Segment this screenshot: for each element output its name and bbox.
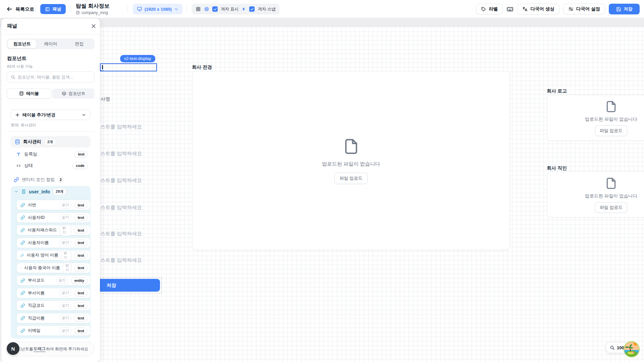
entity-column-item[interactable]: 사번읽기text: [16, 200, 91, 210]
chevron-down-icon: [174, 7, 178, 11]
read-only-badge: 읽기: [60, 225, 72, 236]
panel-tabs: 컴포넌트 레이어 편집: [7, 39, 95, 49]
table-column-count-badge: 2개: [44, 138, 56, 145]
table-group-header[interactable]: 회사관리 2개: [11, 136, 91, 147]
tab-layers[interactable]: 레이어: [36, 40, 65, 48]
text-input-placeholder[interactable]: 텍스트를 입력하세요: [95, 257, 142, 263]
keyboard-shortcuts-icon[interactable]: [506, 6, 514, 13]
entity-column-item[interactable]: 직급코드읽기text: [16, 300, 91, 311]
back-to-list-button[interactable]: 목록으로: [15, 6, 34, 12]
panel-toggle-button[interactable]: 패널: [40, 4, 66, 14]
island-theme-icon[interactable]: [623, 341, 640, 358]
entity-join-section-header[interactable]: 엔티티 조인 컬럼 2: [14, 176, 64, 183]
column-type-badge: text: [74, 327, 88, 334]
sliders-icon: [568, 6, 574, 12]
upload-area-company-seal[interactable]: 업로드된 파일이 없습니다 파일 업로드: [547, 172, 644, 218]
link-icon: [20, 328, 25, 333]
entity-column-item[interactable]: 부서이름읽기text: [16, 288, 91, 298]
column-type-badge: text: [74, 215, 88, 221]
entity-column-item[interactable]: 이메일읽기text: [16, 325, 91, 336]
text-input-placeholder[interactable]: 텍스트를 입력하세요: [95, 204, 142, 211]
upload-area-company-view[interactable]: 업로드된 파일이 없습니다 파일 업로드: [192, 71, 510, 250]
i18n-generate-button[interactable]: 다국어 생성: [517, 4, 559, 14]
column-name: 등록일: [24, 151, 71, 157]
selected-text-display-component[interactable]: [100, 63, 157, 71]
link-icon: [20, 240, 25, 245]
table-group-name: 회사관리: [23, 139, 41, 145]
selection-handle: [101, 70, 104, 71]
screen-size-selector[interactable]: (644 x 362): [133, 4, 182, 14]
entity-header[interactable]: user_info 29개: [11, 186, 91, 197]
divider: [7, 131, 95, 132]
form-save-button[interactable]: 저장: [95, 279, 160, 292]
read-only-badge: 읽기: [59, 214, 71, 221]
app-header: 목록으로 패널 탑씰 회사정보 company_mng (644 x 362…: [0, 0, 644, 18]
text-input-placeholder[interactable]: 텍스트를 입력하세요: [95, 150, 142, 157]
divider: [36, 5, 36, 13]
close-icon[interactable]: [90, 22, 97, 30]
tab-edit[interactable]: 편집: [65, 40, 94, 48]
table-id-label: company_mng: [82, 10, 108, 15]
mode-toggle-table[interactable]: 테이블: [7, 88, 51, 99]
add-change-table-button[interactable]: 테이블 추가/변경: [11, 110, 91, 120]
upload-area-company-logo[interactable]: 업로드된 파일이 없습니다 파일 업로드: [547, 95, 644, 141]
column-type-badge: text: [74, 227, 88, 233]
column-name: 직급이름: [28, 315, 56, 321]
entity-column-item[interactable]: 사용자 영어 이름읽기text: [16, 250, 91, 260]
link-icon: [20, 215, 25, 220]
i18n-settings-text: 다국어 설정: [576, 6, 600, 12]
search-icon: [11, 75, 15, 79]
components-section-title: 컴포넌트: [7, 55, 26, 62]
panel-icon: [45, 7, 50, 12]
panel-title: 패널: [7, 23, 17, 29]
magnifier-icon: [610, 345, 615, 350]
table-column-row[interactable]: 상태 code: [11, 162, 91, 169]
text-input-placeholder[interactable]: 텍스트를 입력하세요: [95, 124, 142, 130]
i18n-settings-button[interactable]: 다국어 설정: [563, 4, 605, 14]
read-only-badge: 읽기: [59, 327, 71, 334]
components-panel: 패널 컴포넌트 레이어 편집 컴포넌트 83개 사용 가능 테이블 컴포넌트 테…: [1, 18, 100, 362]
link-icon: [20, 228, 25, 233]
entity-column-item[interactable]: 부서코드읽기entity: [16, 275, 91, 286]
search-input[interactable]: [18, 75, 91, 79]
target-visibility-icon[interactable]: [204, 6, 209, 12]
entity-column-item[interactable]: 사용자 중국어 이름읽기text: [16, 263, 91, 273]
no-file-text: 업로드된 파일이 없습니다: [585, 193, 637, 199]
back-arrow-icon[interactable]: [6, 6, 13, 12]
column-type-badge: text: [74, 202, 88, 208]
column-type-badge: text: [74, 265, 88, 271]
file-upload-button[interactable]: 파일 업로드: [595, 202, 628, 213]
text-input-placeholder[interactable]: 텍스트를 입력하세요: [95, 231, 142, 237]
entity-name: user_info: [29, 189, 50, 194]
text-input-placeholder[interactable]: 텍스트를 입력하세요: [95, 177, 142, 184]
link-icon: [20, 265, 21, 270]
grid-show-checkbox[interactable]: [212, 6, 218, 12]
entity-column-item[interactable]: 사용자패스워드읽기text: [16, 225, 91, 235]
entity-column-item[interactable]: 사용자ID읽기text: [16, 213, 91, 223]
divider: [70, 5, 71, 13]
table-column-row[interactable]: 등록일 text: [11, 150, 91, 158]
chevron-down-icon: [14, 189, 18, 194]
column-name: 직급코드: [28, 303, 56, 308]
mode-toggle-component[interactable]: 컴포넌트: [52, 88, 95, 99]
entity-join-label: 엔티티 조인 컬럼: [22, 177, 55, 183]
save-button[interactable]: 저장: [609, 4, 640, 14]
save-button-text: 저장: [624, 6, 633, 12]
link-icon: [14, 177, 19, 182]
file-icon: [604, 100, 618, 113]
floating-n-badge[interactable]: N: [7, 342, 19, 355]
tab-components[interactable]: 컴포넌트: [8, 40, 36, 48]
text-cursor: [102, 65, 103, 69]
read-only-badge: 읽기: [59, 239, 71, 246]
file-upload-button[interactable]: 파일 업로드: [334, 173, 368, 184]
label-button[interactable]: 라벨: [476, 4, 503, 14]
entity-column-item[interactable]: 사용자이름읽기text: [16, 238, 91, 248]
column-type-badge: text: [74, 252, 88, 258]
divider: [127, 5, 128, 13]
column-name: 부서코드: [28, 278, 53, 283]
entity-column-item[interactable]: 직급이름읽기text: [16, 313, 91, 323]
read-only-badge: 읽기: [59, 290, 71, 296]
translate-icon: [522, 6, 528, 12]
grid-snap-checkbox[interactable]: [249, 6, 255, 12]
file-upload-button[interactable]: 파일 업로드: [595, 125, 628, 136]
